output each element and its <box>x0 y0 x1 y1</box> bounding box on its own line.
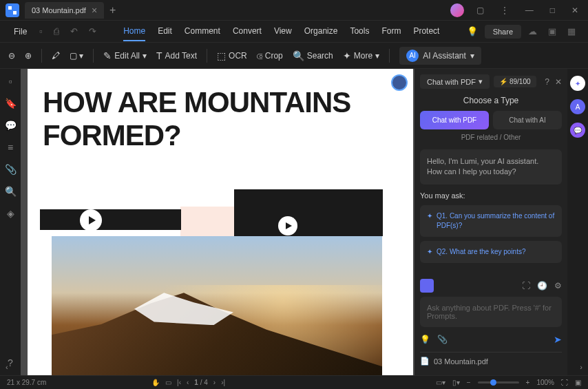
page-number[interactable]: 1 / 4 <box>194 379 207 386</box>
save-icon[interactable]: ▫ <box>35 23 47 39</box>
cloud-icon[interactable]: ☁ <box>524 23 541 39</box>
translate-rail-icon[interactable]: A <box>570 99 585 114</box>
ai-icon: AI <box>406 50 419 62</box>
last-page-icon[interactable]: ›| <box>221 379 225 386</box>
read-mode-icon[interactable]: ▣ <box>575 379 581 386</box>
search-tool[interactable]: 🔍Search <box>293 50 333 61</box>
suggestion-q1[interactable]: ✦Q1. Can you summarize the content of PD… <box>420 205 562 237</box>
help-circle-icon[interactable]: ? <box>545 77 549 87</box>
settings-icon[interactable]: ⚙ <box>554 281 562 291</box>
fit-width-icon[interactable]: ▭▾ <box>436 379 445 386</box>
send-icon[interactable]: ➤ <box>554 334 562 345</box>
close-tab-icon[interactable]: × <box>92 5 97 16</box>
next-page-icon[interactable]: › <box>213 379 216 386</box>
edit-all-tool[interactable]: ✎Edit All ▾ <box>103 50 147 61</box>
play-icon[interactable] <box>278 216 297 235</box>
close-panel-icon[interactable]: ✕ <box>555 77 562 87</box>
tab-tools[interactable]: Tools <box>350 22 369 41</box>
window-icon[interactable]: ▦ <box>563 23 580 39</box>
highlighter-tool[interactable]: 🖍 <box>52 51 60 61</box>
user-avatar[interactable] <box>450 3 464 17</box>
may-ask-label: You may ask: <box>420 191 562 200</box>
ai-rail-icon[interactable]: ✦ <box>570 76 585 91</box>
tab-comment[interactable]: Comment <box>185 22 220 41</box>
file-reference[interactable]: 📄 03 Mountain.pdf <box>420 352 562 370</box>
kebab-menu-icon[interactable]: ⋮ <box>496 4 513 17</box>
chat-rail-icon[interactable]: 💬 <box>570 123 585 138</box>
collapse-left-icon[interactable]: ‹ <box>6 363 8 371</box>
print-icon[interactable]: ⎙ <box>50 23 63 39</box>
expand-icon[interactable]: ⛶ <box>522 281 530 291</box>
history-icon[interactable]: 🕘 <box>537 281 547 291</box>
choose-type-label: Choose a Type <box>420 96 562 105</box>
tab-view[interactable]: View <box>274 22 292 41</box>
tab-form[interactable]: Form <box>381 22 401 41</box>
redo-icon[interactable]: ↷ <box>85 23 101 39</box>
chat-mode-dropdown[interactable]: Chat with PDF ▾ <box>420 74 490 89</box>
file-menu[interactable]: File <box>8 24 32 39</box>
type-subtitle: PDF related / Other <box>420 134 562 141</box>
more-tool[interactable]: ✦More ▾ <box>343 50 379 61</box>
zoom-in-button[interactable]: ⊕ <box>25 51 32 61</box>
add-tab-icon[interactable]: + <box>109 4 116 17</box>
zoom-slider[interactable] <box>478 381 519 383</box>
play-icon[interactable] <box>80 209 102 231</box>
lightbulb-icon[interactable]: 💡 <box>463 23 482 39</box>
divider <box>389 49 390 63</box>
zoom-out-icon[interactable]: − <box>467 379 471 386</box>
maximize-icon[interactable]: □ <box>546 4 559 17</box>
chat-input[interactable]: Ask anything about PDF. Press '#' for Pr… <box>420 297 562 327</box>
layers-icon[interactable]: ≡ <box>8 142 13 153</box>
tab-edit[interactable]: Edit <box>158 22 172 41</box>
tab-home[interactable]: Home <box>123 22 145 41</box>
zoom-handle[interactable] <box>490 379 496 386</box>
page-dimensions: 21 x 29.7 cm <box>7 379 46 386</box>
thumbnails-icon[interactable]: ▫ <box>9 76 12 87</box>
crop-tool[interactable]: ⟃Crop <box>257 50 283 61</box>
message-icon[interactable]: ▢ <box>472 4 488 17</box>
bolt-icon: ⚡ <box>499 78 507 85</box>
tab-organize[interactable]: Organize <box>304 22 338 41</box>
prev-page-icon[interactable]: ‹ <box>187 379 189 386</box>
chat-with-ai-button[interactable]: Chat with AI <box>493 111 562 129</box>
divider <box>41 49 42 63</box>
bookmarks-icon[interactable]: 🔖 <box>5 98 17 109</box>
ocr-tool[interactable]: ⬚OCR <box>217 50 247 61</box>
ai-assistant-button[interactable]: AIAI Assistant ▾ <box>399 47 481 65</box>
pdf-page: HOW ARE MOUNTAINS FORMED? <box>28 69 413 375</box>
tab-convert[interactable]: Convert <box>233 22 262 41</box>
tab-protect[interactable]: Protect <box>413 22 439 41</box>
lightbulb-icon[interactable]: 💡 <box>420 335 430 344</box>
chat-with-pdf-button[interactable]: Chat with PDF <box>420 111 489 129</box>
stack-icon[interactable]: ◈ <box>7 208 14 219</box>
search-panel-icon[interactable]: 🔍 <box>5 186 17 197</box>
minimize-icon[interactable]: — <box>521 4 538 17</box>
hand-tool-icon[interactable]: ✋ <box>151 379 160 386</box>
zoom-in-status-icon[interactable]: + <box>526 379 530 386</box>
app-logo <box>6 3 19 17</box>
fit-icon[interactable]: ⛶ <box>561 379 568 386</box>
first-page-icon[interactable]: |‹ <box>177 379 181 386</box>
sparkle-icon: ✦ <box>427 211 432 231</box>
attachments-icon[interactable]: 📎 <box>5 164 17 175</box>
share-button[interactable]: Share <box>485 25 521 39</box>
add-text-tool[interactable]: TAdd Text <box>156 50 197 61</box>
document-tab[interactable]: 03 Mountain.pdf × <box>25 2 104 19</box>
folder-icon[interactable]: ▣ <box>544 23 560 39</box>
select-tool-icon[interactable]: ▭ <box>165 379 171 386</box>
help-icon[interactable]: ? <box>8 357 13 368</box>
undo-icon[interactable]: ↶ <box>66 23 82 39</box>
comments-icon[interactable]: 💬 <box>5 120 17 131</box>
mountain-image <box>52 236 382 375</box>
suggestion-q2[interactable]: ✦Q2. What are the key points? <box>420 241 562 263</box>
close-window-icon[interactable]: ✕ <box>567 4 582 17</box>
ai-floating-badge[interactable] <box>391 74 408 91</box>
pdf-icon: 📄 <box>420 357 430 366</box>
fit-page-icon[interactable]: ▯▾ <box>452 379 460 386</box>
zoom-level[interactable]: 100% <box>536 379 554 386</box>
zoom-out-button[interactable]: ⊖ <box>8 51 15 61</box>
attachment-icon[interactable]: 📎 <box>437 335 448 344</box>
collapse-right-icon[interactable]: › <box>580 363 582 371</box>
document-viewport[interactable]: HOW ARE MOUNTAINS FORMED? <box>21 69 414 375</box>
shape-tool[interactable]: ▢ ▾ <box>70 51 83 61</box>
